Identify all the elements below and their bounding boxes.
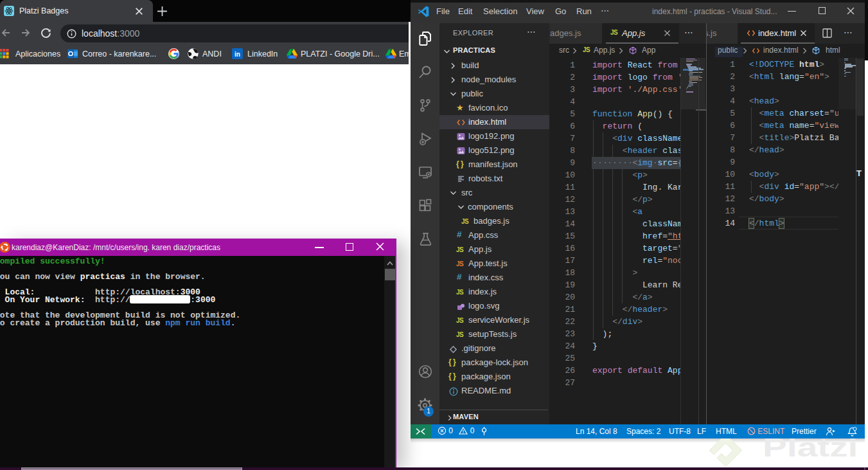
svg-text:in: in xyxy=(235,51,240,58)
